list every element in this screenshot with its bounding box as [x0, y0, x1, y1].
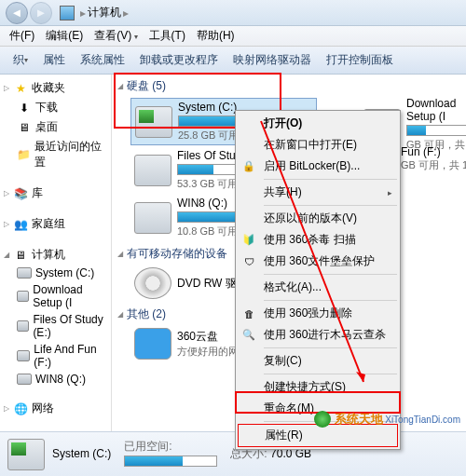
sidebar-drive-q[interactable]: WIN8 (Q:)	[0, 371, 111, 388]
menu-separator	[264, 374, 397, 374]
watermark-icon	[314, 411, 331, 428]
context-menu-item[interactable]: 格式化(A)...	[238, 277, 398, 298]
context-menu-item[interactable]: 🔍使用 360进行木马云查杀	[238, 324, 398, 346]
desktop-icon: 🖥	[17, 120, 32, 135]
menu-separator	[264, 300, 397, 301]
expand-icon: ◢	[117, 250, 123, 258]
sidebar-libraries[interactable]: ▷ 📚 库	[0, 184, 111, 203]
collapse-icon: ▷	[4, 220, 9, 228]
menu-help[interactable]: 帮助(H)	[191, 26, 240, 46]
breadcrumb-location[interactable]: 计算机	[88, 5, 121, 20]
sidebar-item-recent[interactable]: 📁最近访问的位置	[0, 137, 111, 172]
drive-icon	[17, 267, 32, 279]
section-hard-disks[interactable]: ◢ 硬盘 (5)	[112, 75, 466, 98]
menu-separator	[264, 179, 397, 180]
drive-icon	[17, 350, 30, 361]
sidebar-item-desktop[interactable]: 🖥桌面	[0, 117, 111, 137]
star-icon: ★	[13, 81, 28, 96]
context-menu-item[interactable]: 🛡使用 360文件堡垒保护	[238, 251, 398, 272]
context-menu-item[interactable]: 共享(H)	[238, 182, 398, 203]
menu-item-label: 复制(C)	[264, 353, 302, 369]
watermark: 系统天地 XiTongTianDi.com	[314, 411, 460, 428]
collapse-icon: ▷	[4, 189, 9, 197]
properties-button[interactable]: 属性	[35, 48, 73, 72]
computer-icon: 🖥	[13, 248, 28, 263]
context-menu-item[interactable]: 复制(C)	[238, 350, 398, 372]
context-menu-item[interactable]: 在新窗口中打开(E)	[238, 134, 398, 156]
menu-item-icon: 🔍	[241, 328, 256, 343]
collapse-icon: ▷	[4, 84, 9, 92]
menu-separator	[264, 205, 397, 206]
menu-item-label: 属性(R)	[265, 428, 303, 443]
context-menu-item[interactable]: 还原以前的版本(V)	[238, 208, 398, 229]
drive-life-and-fun-f[interactable]: Fun (F:) GB 可用，共 1	[401, 145, 466, 172]
sidebar-drive-f[interactable]: Life And Fun (F:)	[0, 341, 111, 371]
menubar: 件(F) 编辑(E) 查看(V) 工具(T) 帮助(H)	[0, 26, 466, 47]
breadcrumb-drop-icon[interactable]: ▸	[123, 7, 129, 20]
status-used-label: 已用空间:	[124, 440, 171, 453]
menu-item-label: 重命名(M)	[264, 401, 314, 416]
menu-item-label: 使用 360杀毒 扫描	[264, 232, 356, 248]
context-menu-item[interactable]: 创建快捷方式(S)	[238, 376, 398, 398]
menu-item-label: 还原以前的版本(V)	[264, 211, 357, 226]
menu-separator	[264, 347, 397, 348]
menu-item-icon: 🔰	[241, 233, 256, 248]
menu-item-label: 创建快捷方式(S)	[264, 379, 346, 395]
library-icon: 📚	[13, 186, 28, 201]
recent-icon: 📁	[17, 147, 31, 162]
expand-icon: ◢	[4, 251, 9, 259]
context-menu-item[interactable]: 🗑使用 360强力删除	[238, 303, 398, 324]
sidebar-homegroup[interactable]: ▷ 👥 家庭组	[0, 214, 111, 234]
drive-icon	[134, 155, 171, 186]
sidebar-favorites[interactable]: ▷ ★ 收藏夹	[0, 78, 111, 98]
sidebar-item-downloads[interactable]: ⬇下载	[0, 98, 111, 117]
navigation-pane: ▷ ★ 收藏夹 ⬇下载 🖥桌面 📁最近访问的位置 ▷ 📚 库 ▷ 👥 家庭组	[0, 75, 112, 431]
drive-icon	[17, 291, 29, 302]
context-menu-item[interactable]: 🔰使用 360杀毒 扫描	[238, 229, 398, 251]
context-menu-item[interactable]: 打开(O)	[238, 113, 398, 134]
sidebar-drive-c[interactable]: System (C:)	[0, 265, 111, 281]
dvd-icon	[134, 267, 171, 299]
menu-item-label: 共享(H)	[264, 184, 302, 200]
menu-view[interactable]: 查看(V)	[89, 26, 143, 46]
nav-back-button[interactable]: ◄	[6, 2, 28, 24]
organize-button[interactable]: 织	[6, 48, 35, 72]
menu-edit[interactable]: 编辑(E)	[40, 26, 89, 46]
uninstall-button[interactable]: 卸载或更改程序	[132, 48, 226, 72]
menu-item-icon: 🛡	[241, 254, 256, 269]
collapse-icon: ▷	[4, 404, 9, 413]
titlebar: ◄ ► ▸ 计算机 ▸	[0, 0, 466, 26]
menu-tools[interactable]: 工具(T)	[144, 26, 191, 46]
sidebar-computer[interactable]: ◢ 🖥 计算机	[0, 245, 111, 265]
download-icon: ⬇	[17, 101, 32, 116]
expand-icon: ◢	[117, 310, 123, 319]
computer-icon	[60, 6, 75, 20]
context-menu: 打开(O)在新窗口中打开(E)🔒启用 BitLocker(B)...共享(H)还…	[235, 110, 401, 450]
drive-icon	[135, 106, 172, 138]
menu-file[interactable]: 件(F)	[4, 26, 40, 46]
sidebar-drive-i[interactable]: Download Setup (I	[0, 281, 111, 311]
cloud-icon	[134, 328, 171, 360]
control-panel-button[interactable]: 打开控制面板	[319, 48, 401, 72]
capacity-bar	[406, 125, 466, 136]
command-toolbar: 织 属性 系统属性 卸载或更改程序 映射网络驱动器 打开控制面板	[0, 47, 466, 75]
map-drive-button[interactable]: 映射网络驱动器	[226, 48, 319, 72]
status-capacity-bar	[124, 456, 217, 467]
expand-icon: ◢	[117, 82, 123, 90]
sidebar-drive-e[interactable]: Files Of Study (E:)	[0, 311, 111, 341]
menu-item-label: 使用 360强力删除	[264, 306, 352, 321]
drive-icon	[7, 439, 45, 470]
menu-item-label: 使用 360文件堡垒保护	[264, 253, 375, 269]
sidebar-network[interactable]: ▷ 🌐 网络	[0, 399, 111, 418]
nav-forward-button[interactable]: ►	[30, 2, 52, 24]
menu-item-label: 打开(O)	[264, 116, 302, 131]
system-properties-button[interactable]: 系统属性	[73, 48, 132, 72]
breadcrumb-sep-icon: ▸	[80, 7, 86, 20]
menu-item-icon: 🔒	[241, 159, 256, 174]
menu-item-label: 使用 360进行木马云查杀	[264, 327, 386, 343]
homegroup-icon: 👥	[13, 217, 28, 232]
sidebar-label: 收藏夹	[32, 80, 65, 96]
menu-item-label: 启用 BitLocker(B)...	[264, 158, 360, 174]
drive-icon	[17, 320, 29, 332]
context-menu-item[interactable]: 🔒启用 BitLocker(B)...	[238, 156, 398, 177]
